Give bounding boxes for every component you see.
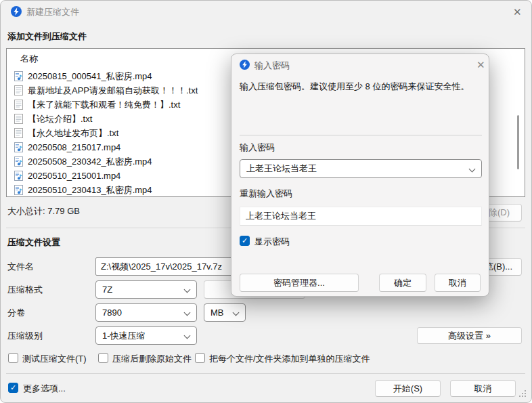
dialog-message: 输入压缩包密码。建议使用至少 8 位的密码来保证安全性。 [240,81,481,92]
dialog-divider [240,135,482,135]
text-file-icon [14,100,23,110]
video-file-icon [14,142,23,152]
split-unit-select[interactable]: MB [204,303,246,322]
chevron-down-icon [184,310,191,316]
format-value: 7Z [102,284,112,295]
show-password-label: 显示密码 [254,236,290,247]
password-manager-button[interactable]: 密码管理器... [240,274,359,292]
file-name: 20250508_215017.mp4 [28,142,120,152]
more-options-label: 更多选项... [23,383,66,394]
file-name: 【来了就能下载和观看！纯免费！】.txt [28,99,180,111]
file-name: 20250815_000541_私密房.mp4 [28,70,152,83]
filename-label: 文件名 [7,261,34,272]
file-name: 最新地址及APP请发邮箱自动获取！！！.txt [28,85,198,97]
chevron-down-icon [184,287,191,293]
level-value: 1-快速压缩 [102,330,146,342]
enter-password-input[interactable]: 上老王论坛当老王 [240,159,482,178]
split-label: 分卷 [7,307,25,318]
dialog-title: 输入密码 [254,60,290,71]
level-select[interactable]: 1-快速压缩 [95,326,197,345]
video-file-icon [14,156,23,167]
password-dialog: 输入密码 ✕ 输入压缩包密码。建议使用至少 8 位的密码来保证安全性。 输入密码… [231,54,489,297]
file-name: 20250508_230342_私密房.mp4 [28,156,152,168]
total-size-label: 大小总计: 7.79 GB [7,206,80,217]
reenter-password-label: 重新输入密码 [240,188,292,199]
level-label: 压缩级别 [7,331,43,341]
test-archive-checkbox[interactable] [8,353,18,363]
advanced-settings-button[interactable]: 高级设置 » [417,327,522,344]
window-title: 新建压缩文件 [26,7,79,18]
check-icon: ✓ [242,237,248,245]
reenter-password-value: 上老王论坛当老王 [246,210,316,222]
file-name: 20250510_215001.mp4 [28,171,120,181]
reenter-password-input[interactable]: 上老王论坛当老王 [240,207,482,226]
text-file-icon [14,85,23,96]
file-name: 【论坛介绍】.txt [28,113,92,125]
file-name: 【永久地址发布页】.txt [28,127,118,140]
chevron-down-icon [233,310,240,316]
more-options-checkbox[interactable]: ✓ [8,383,18,393]
settings-header: 压缩文件设置 [7,237,60,248]
text-file-icon [14,128,23,138]
footer-divider [6,373,525,374]
enter-password-value: 上老王论坛当老王 [246,163,317,175]
format-select[interactable]: 7Z [95,280,197,299]
text-file-icon [14,114,23,124]
chevron-down-icon [469,166,476,173]
test-archive-label: 测试压缩文件(T) [22,354,87,364]
close-icon[interactable]: ✕ [513,7,522,17]
delete-after-label: 压缩后删除原始文件 [112,354,192,364]
start-button[interactable]: 开始(S) [375,380,441,397]
check-icon: ✓ [10,384,16,391]
split-size-value: 7890 [102,307,122,318]
resize-grip[interactable] [519,390,520,391]
app-icon [240,60,250,70]
add-section-header: 添加文件到压缩文件 [7,31,87,42]
column-header-name[interactable]: 名称 [20,53,38,65]
video-file-icon [14,185,23,195]
separate-archives-checkbox[interactable] [195,353,205,363]
split-size-select[interactable]: 7890 [95,303,197,322]
list-scrollbar[interactable] [517,115,519,169]
separate-archives-label: 把每个文件/文件夹添加到单独的压缩文件 [209,354,370,364]
app-icon [11,6,22,17]
ok-button[interactable]: 确定 [379,274,426,292]
file-name: 20250510_230413_私密房.mp4 [28,184,152,196]
format-label: 压缩格式 [7,284,43,295]
enter-password-label: 输入密码 [240,142,275,153]
video-file-icon [14,71,23,81]
new-archive-window: 新建压缩文件 ✕ 添加文件到压缩文件 名称 20250815_000541_私密… [0,0,532,403]
split-unit-value: MB [210,307,224,318]
delete-after-checkbox[interactable] [98,353,108,363]
chevron-down-icon [184,333,191,339]
show-password-checkbox[interactable]: ✓ [240,236,250,246]
cancel-button[interactable]: 取消 [450,380,516,397]
close-icon[interactable]: ✕ [476,60,485,70]
dialog-cancel-button[interactable]: 取消 [435,274,481,292]
video-file-icon [14,171,23,181]
